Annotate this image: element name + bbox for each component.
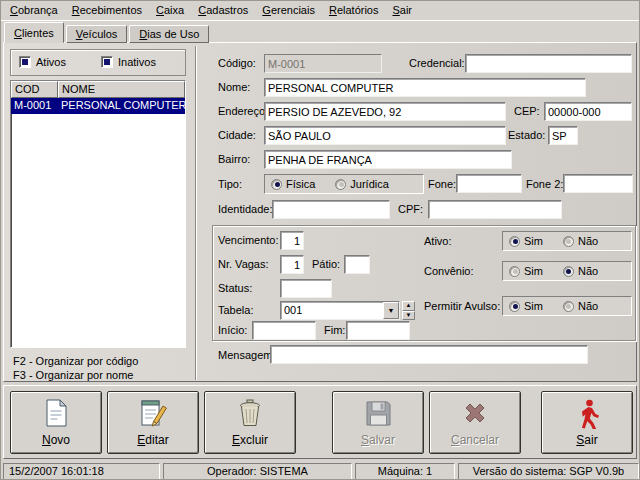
menu-bar: CobrançaRecebimentosCaixaCadastrosGerenc… xyxy=(1,1,639,21)
client-row-nome: PERSONAL COMPUTER xyxy=(58,98,185,114)
menu-item-recebimentos[interactable]: Recebimentos xyxy=(65,1,149,20)
grid-header-nome[interactable]: NOME xyxy=(58,81,185,98)
nr-vagas-label: Nr. Vagas: xyxy=(218,258,269,270)
status-label: Status: xyxy=(218,282,252,294)
permitir-avulso-radio-panel: Sim Não xyxy=(502,296,632,316)
cancelar-button: Cancelar xyxy=(429,391,521,454)
cancelar-button-label: Cancelar xyxy=(430,433,520,447)
filter-ativos[interactable]: Ativos xyxy=(19,56,66,68)
patio-label: Pátio: xyxy=(312,258,340,270)
tipo-juridica-radio[interactable]: Jurídica xyxy=(335,178,389,190)
credencial-input[interactable] xyxy=(465,54,632,73)
menu-item-sair[interactable]: Sair xyxy=(385,1,419,20)
editar-button-label: Editar xyxy=(108,433,198,447)
tipo-fisica-radio[interactable]: Física xyxy=(271,178,315,190)
status-machine: Máquina: 1 xyxy=(355,463,455,480)
salvar-button-label: Salvar xyxy=(333,433,423,447)
ativo-radio-panel: Sim Não xyxy=(502,231,632,251)
fone2-input[interactable] xyxy=(563,174,633,193)
cpf-label: CPF: xyxy=(398,203,423,215)
convenio-sim-radio[interactable]: Sim xyxy=(509,265,543,277)
permitir-avulso-label: Permitir Avulso: xyxy=(424,300,500,312)
endereco-input[interactable] xyxy=(264,102,506,121)
excluir-button-label: Excluir xyxy=(205,433,295,447)
spinner-up-icon[interactable]: ▲ xyxy=(402,301,415,311)
vencimento-input[interactable] xyxy=(280,231,304,250)
fone-input[interactable] xyxy=(456,174,522,193)
grid-header-cod[interactable]: COD xyxy=(11,81,58,98)
avulso-sim-label: Sim xyxy=(524,300,543,312)
tabela-combobox[interactable]: 001 ▼ xyxy=(280,301,400,320)
estado-label: Estado: xyxy=(508,129,545,141)
ativo-sim-label: Sim xyxy=(524,235,543,247)
tab-dias-de-uso[interactable]: Dias de Uso xyxy=(129,25,209,43)
nome-label: Nome: xyxy=(218,81,250,93)
cpf-input[interactable] xyxy=(428,200,562,219)
ativo-nao-radio[interactable]: Não xyxy=(563,235,598,247)
tabela-spinner: ▲ ▼ xyxy=(402,301,415,320)
sair-button-label: Sair xyxy=(542,433,632,447)
inativos-checkbox-icon xyxy=(101,56,113,68)
fim-label: Fim: xyxy=(324,324,345,336)
avulso-sim-radio[interactable]: Sim xyxy=(509,300,543,312)
sair-button[interactable]: Sair xyxy=(541,391,633,454)
menu-item-cobranca[interactable]: Cobrança xyxy=(3,1,65,20)
nr-vagas-input[interactable] xyxy=(280,255,304,274)
bairro-label: Bairro: xyxy=(218,153,250,165)
identidade-input[interactable] xyxy=(272,200,390,219)
bairro-input[interactable] xyxy=(264,150,512,169)
nome-input[interactable] xyxy=(264,78,586,97)
cep-input[interactable] xyxy=(544,102,632,121)
grid-header: COD NOME xyxy=(11,81,185,98)
inicio-label: Início: xyxy=(218,324,247,336)
tabela-value: 001 xyxy=(281,302,383,319)
filter-inativos-label: Inativos xyxy=(118,56,156,68)
radio-icon xyxy=(271,179,282,190)
menu-item-caixa[interactable]: Caixa xyxy=(149,1,191,20)
radio-icon xyxy=(509,301,520,312)
ativo-sim-radio[interactable]: Sim xyxy=(509,235,543,247)
salvar-button: Salvar xyxy=(332,391,424,454)
hint-f2: F2 - Organizar por código xyxy=(13,355,138,367)
save-floppy-icon xyxy=(362,397,394,429)
vertical-divider xyxy=(195,46,197,380)
fim-input[interactable] xyxy=(346,321,410,340)
tab-veiculos[interactable]: Veículos xyxy=(66,25,128,43)
excluir-button[interactable]: Excluir xyxy=(204,391,296,454)
tipo-fisica-label: Física xyxy=(286,178,315,190)
edit-pencil-icon xyxy=(137,397,169,429)
convenio-sim-label: Sim xyxy=(524,265,543,277)
menu-item-gerenciais[interactable]: Gerenciais xyxy=(255,1,322,20)
spinner-down-icon[interactable]: ▼ xyxy=(402,311,415,321)
novo-button[interactable]: Novo xyxy=(10,391,102,454)
avulso-nao-radio[interactable]: Não xyxy=(563,300,598,312)
fone2-label: Fone 2: xyxy=(526,178,563,190)
convenio-label: Convênio: xyxy=(424,265,474,277)
tab-clientes[interactable]: Clientes xyxy=(4,22,64,43)
tipo-radio-panel: Física Jurídica xyxy=(264,174,424,194)
estado-input[interactable] xyxy=(548,126,578,145)
trash-icon xyxy=(234,397,266,429)
mensagem-input[interactable] xyxy=(270,345,588,364)
status-operator: Operador: SISTEMA xyxy=(163,463,352,480)
convenio-nao-radio[interactable]: Não xyxy=(563,265,598,277)
cidade-input[interactable] xyxy=(264,126,506,145)
tab-strip: Clientes Veículos Dias de Uso xyxy=(4,22,211,43)
radio-icon xyxy=(563,266,574,277)
editar-button[interactable]: Editar xyxy=(107,391,199,454)
exit-walking-person-icon xyxy=(571,397,603,429)
menu-item-relatorios[interactable]: Relatórios xyxy=(322,1,386,20)
clients-grid: COD NOME M-0001 PERSONAL COMPUTER xyxy=(10,80,186,348)
inicio-input[interactable] xyxy=(252,321,316,340)
client-row[interactable]: M-0001 PERSONAL COMPUTER xyxy=(11,98,185,114)
cep-label: CEP: xyxy=(514,105,540,117)
status-input[interactable] xyxy=(280,279,332,298)
patio-input[interactable] xyxy=(344,255,370,274)
endereco-label: Endereço: xyxy=(218,105,268,117)
fone-label: Fone: xyxy=(428,178,456,190)
radio-icon xyxy=(563,236,574,247)
filter-inativos[interactable]: Inativos xyxy=(101,56,156,68)
mensagem-label: Mensagem: xyxy=(218,349,275,361)
menu-item-cadastros[interactable]: Cadastros xyxy=(191,1,255,20)
dropdown-arrow-icon[interactable]: ▼ xyxy=(383,302,399,319)
